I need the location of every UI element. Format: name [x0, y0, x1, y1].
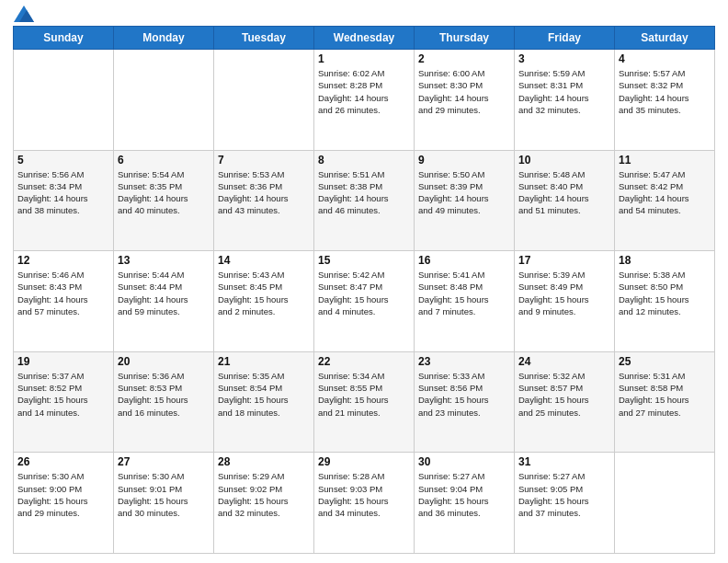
day-number: 9: [418, 154, 510, 167]
calendar-empty-cell: [615, 453, 715, 554]
day-info: Sunrise: 5:43 AM Sunset: 8:45 PM Dayligh…: [218, 269, 310, 317]
day-info: Sunrise: 5:46 AM Sunset: 8:43 PM Dayligh…: [17, 269, 109, 317]
day-info: Sunrise: 5:29 AM Sunset: 9:02 PM Dayligh…: [218, 470, 310, 519]
day-info: Sunrise: 5:54 AM Sunset: 8:35 PM Dayligh…: [118, 168, 210, 217]
day-info: Sunrise: 5:36 AM Sunset: 8:53 PM Dayligh…: [118, 370, 210, 419]
calendar-day-cell: 28Sunrise: 5:29 AM Sunset: 9:02 PM Dayli…: [214, 453, 314, 554]
day-info: Sunrise: 5:50 AM Sunset: 8:39 PM Dayligh…: [418, 168, 510, 217]
day-number: 3: [518, 52, 610, 65]
calendar-day-cell: 14Sunrise: 5:43 AM Sunset: 8:45 PM Dayli…: [214, 251, 314, 352]
calendar-day-cell: 15Sunrise: 5:42 AM Sunset: 8:47 PM Dayli…: [314, 251, 415, 352]
day-info: Sunrise: 5:56 AM Sunset: 8:34 PM Dayligh…: [17, 168, 109, 217]
day-number: 4: [619, 52, 711, 65]
day-number: 27: [118, 455, 210, 468]
day-number: 18: [619, 254, 711, 267]
day-number: 15: [318, 254, 410, 267]
day-of-week-header: Saturday: [615, 27, 715, 50]
day-number: 23: [418, 355, 510, 368]
calendar-day-cell: 12Sunrise: 5:46 AM Sunset: 8:43 PM Dayli…: [14, 251, 114, 352]
day-info: Sunrise: 5:48 AM Sunset: 8:40 PM Dayligh…: [518, 168, 610, 217]
header: [13, 9, 715, 18]
calendar-day-cell: 21Sunrise: 5:35 AM Sunset: 8:54 PM Dayli…: [214, 351, 314, 453]
logo: [13, 9, 34, 18]
calendar-week-row: 26Sunrise: 5:30 AM Sunset: 9:00 PM Dayli…: [14, 453, 715, 554]
calendar-day-cell: 27Sunrise: 5:30 AM Sunset: 9:01 PM Dayli…: [114, 453, 214, 554]
calendar-day-cell: 22Sunrise: 5:34 AM Sunset: 8:55 PM Dayli…: [314, 351, 415, 453]
calendar-day-cell: 5Sunrise: 5:56 AM Sunset: 8:34 PM Daylig…: [14, 150, 114, 251]
day-info: Sunrise: 5:33 AM Sunset: 8:56 PM Dayligh…: [418, 370, 510, 419]
day-info: Sunrise: 5:57 AM Sunset: 8:32 PM Dayligh…: [619, 67, 711, 116]
calendar-day-cell: 13Sunrise: 5:44 AM Sunset: 8:44 PM Dayli…: [114, 251, 214, 352]
day-number: 20: [118, 355, 210, 368]
page: SundayMondayTuesdayWednesdayThursdayFrid…: [0, 0, 728, 563]
day-info: Sunrise: 5:38 AM Sunset: 8:50 PM Dayligh…: [619, 269, 711, 317]
day-number: 16: [418, 254, 510, 267]
day-of-week-header: Monday: [114, 27, 214, 50]
day-number: 1: [318, 52, 410, 65]
calendar-table: SundayMondayTuesdayWednesdayThursdayFrid…: [13, 26, 715, 554]
day-info: Sunrise: 5:28 AM Sunset: 9:03 PM Dayligh…: [318, 470, 410, 519]
day-info: Sunrise: 5:27 AM Sunset: 9:04 PM Dayligh…: [418, 470, 510, 519]
calendar-day-cell: 17Sunrise: 5:39 AM Sunset: 8:49 PM Dayli…: [515, 251, 615, 352]
day-info: Sunrise: 5:27 AM Sunset: 9:05 PM Dayligh…: [518, 470, 610, 519]
calendar-day-cell: 2Sunrise: 6:00 AM Sunset: 8:30 PM Daylig…: [415, 50, 515, 151]
calendar-day-cell: 24Sunrise: 5:32 AM Sunset: 8:57 PM Dayli…: [515, 351, 615, 453]
calendar-day-cell: 26Sunrise: 5:30 AM Sunset: 9:00 PM Dayli…: [14, 453, 114, 554]
day-info: Sunrise: 5:39 AM Sunset: 8:49 PM Dayligh…: [518, 269, 610, 317]
day-number: 11: [619, 154, 711, 167]
calendar-day-cell: 3Sunrise: 5:59 AM Sunset: 8:31 PM Daylig…: [515, 50, 615, 151]
day-number: 31: [518, 455, 610, 468]
day-number: 5: [17, 154, 109, 167]
day-of-week-header: Tuesday: [214, 27, 314, 50]
day-number: 12: [17, 254, 109, 267]
day-info: Sunrise: 5:53 AM Sunset: 8:36 PM Dayligh…: [218, 168, 310, 217]
calendar-header-row: SundayMondayTuesdayWednesdayThursdayFrid…: [14, 27, 715, 50]
day-info: Sunrise: 5:30 AM Sunset: 9:00 PM Dayligh…: [17, 470, 109, 519]
day-number: 6: [118, 154, 210, 167]
calendar-day-cell: 4Sunrise: 5:57 AM Sunset: 8:32 PM Daylig…: [615, 50, 715, 151]
day-number: 17: [518, 254, 610, 267]
day-info: Sunrise: 5:32 AM Sunset: 8:57 PM Dayligh…: [518, 370, 610, 419]
calendar-day-cell: 6Sunrise: 5:54 AM Sunset: 8:35 PM Daylig…: [114, 150, 214, 251]
day-info: Sunrise: 5:44 AM Sunset: 8:44 PM Dayligh…: [118, 269, 210, 317]
day-number: 29: [318, 455, 410, 468]
day-number: 28: [218, 455, 310, 468]
day-of-week-header: Wednesday: [314, 27, 415, 50]
day-number: 7: [218, 154, 310, 167]
day-number: 19: [17, 355, 109, 368]
day-info: Sunrise: 5:59 AM Sunset: 8:31 PM Dayligh…: [518, 67, 610, 116]
calendar-empty-cell: [14, 50, 114, 151]
day-of-week-header: Sunday: [14, 27, 114, 50]
day-number: 8: [318, 154, 410, 167]
calendar-day-cell: 25Sunrise: 5:31 AM Sunset: 8:58 PM Dayli…: [615, 351, 715, 453]
logo-icon: [14, 6, 34, 22]
day-info: Sunrise: 5:30 AM Sunset: 9:01 PM Dayligh…: [118, 470, 210, 519]
calendar-day-cell: 30Sunrise: 5:27 AM Sunset: 9:04 PM Dayli…: [415, 453, 515, 554]
day-number: 10: [518, 154, 610, 167]
calendar-day-cell: 20Sunrise: 5:36 AM Sunset: 8:53 PM Dayli…: [114, 351, 214, 453]
day-number: 30: [418, 455, 510, 468]
calendar-day-cell: 8Sunrise: 5:51 AM Sunset: 8:38 PM Daylig…: [314, 150, 415, 251]
day-info: Sunrise: 5:31 AM Sunset: 8:58 PM Dayligh…: [619, 370, 711, 419]
calendar-day-cell: 18Sunrise: 5:38 AM Sunset: 8:50 PM Dayli…: [615, 251, 715, 352]
calendar-week-row: 1Sunrise: 6:02 AM Sunset: 8:28 PM Daylig…: [14, 50, 715, 151]
day-number: 25: [619, 355, 711, 368]
day-info: Sunrise: 5:42 AM Sunset: 8:47 PM Dayligh…: [318, 269, 410, 317]
day-number: 26: [17, 455, 109, 468]
day-info: Sunrise: 6:00 AM Sunset: 8:30 PM Dayligh…: [418, 67, 510, 116]
calendar-empty-cell: [214, 50, 314, 151]
day-number: 24: [518, 355, 610, 368]
day-info: Sunrise: 5:37 AM Sunset: 8:52 PM Dayligh…: [17, 370, 109, 419]
calendar-day-cell: 11Sunrise: 5:47 AM Sunset: 8:42 PM Dayli…: [615, 150, 715, 251]
calendar-empty-cell: [114, 50, 214, 151]
calendar-week-row: 12Sunrise: 5:46 AM Sunset: 8:43 PM Dayli…: [14, 251, 715, 352]
calendar-week-row: 19Sunrise: 5:37 AM Sunset: 8:52 PM Dayli…: [14, 351, 715, 453]
calendar-day-cell: 31Sunrise: 5:27 AM Sunset: 9:05 PM Dayli…: [515, 453, 615, 554]
day-number: 13: [118, 254, 210, 267]
day-number: 2: [418, 52, 510, 65]
day-of-week-header: Friday: [515, 27, 615, 50]
calendar-day-cell: 9Sunrise: 5:50 AM Sunset: 8:39 PM Daylig…: [415, 150, 515, 251]
day-info: Sunrise: 5:51 AM Sunset: 8:38 PM Dayligh…: [318, 168, 410, 217]
calendar-day-cell: 1Sunrise: 6:02 AM Sunset: 8:28 PM Daylig…: [314, 50, 415, 151]
day-info: Sunrise: 5:35 AM Sunset: 8:54 PM Dayligh…: [218, 370, 310, 419]
